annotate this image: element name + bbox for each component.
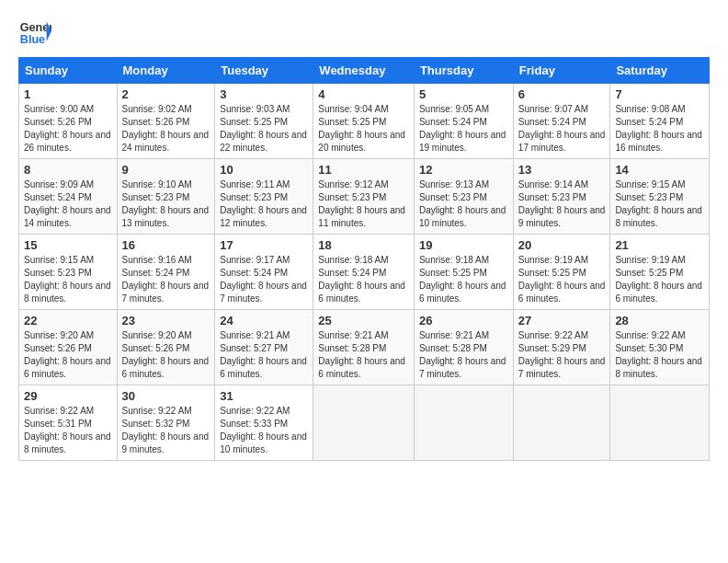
header-row: SundayMondayTuesdayWednesdayThursdayFrid… — [19, 58, 710, 84]
calendar-table: SundayMondayTuesdayWednesdayThursdayFrid… — [18, 57, 710, 461]
calendar-week-2: 8 Sunrise: 9:09 AMSunset: 5:24 PMDayligh… — [19, 159, 710, 235]
calendar-week-4: 22 Sunrise: 9:20 AMSunset: 5:26 PMDaylig… — [19, 310, 710, 385]
day-info: Sunrise: 9:14 AMSunset: 5:23 PMDaylight:… — [518, 178, 606, 230]
day-number: 3 — [220, 87, 308, 101]
calendar-cell — [513, 385, 610, 461]
calendar-cell: 6 Sunrise: 9:07 AMSunset: 5:24 PMDayligh… — [513, 84, 610, 159]
day-info: Sunrise: 9:16 AMSunset: 5:24 PMDaylight:… — [122, 254, 210, 305]
calendar-cell: 24 Sunrise: 9:21 AMSunset: 5:27 PMDaylig… — [215, 310, 313, 385]
day-info: Sunrise: 9:05 AMSunset: 5:24 PMDaylight:… — [419, 103, 508, 155]
day-number: 30 — [122, 389, 210, 403]
calendar-cell: 19 Sunrise: 9:18 AMSunset: 5:25 PMDaylig… — [414, 235, 513, 310]
day-info: Sunrise: 9:22 AMSunset: 5:29 PMDaylight:… — [518, 329, 606, 381]
day-info: Sunrise: 9:13 AMSunset: 5:23 PMDaylight:… — [419, 178, 508, 230]
day-info: Sunrise: 9:10 AMSunset: 5:23 PMDaylight:… — [122, 178, 210, 230]
day-info: Sunrise: 9:17 AMSunset: 5:24 PMDaylight:… — [220, 254, 308, 305]
day-number: 24 — [220, 314, 308, 327]
day-number: 11 — [318, 163, 409, 177]
col-header-tuesday: Tuesday — [215, 58, 313, 84]
calendar-cell: 4 Sunrise: 9:04 AMSunset: 5:25 PMDayligh… — [313, 84, 415, 159]
logo-icon: General Blue — [18, 15, 51, 48]
day-info: Sunrise: 9:22 AMSunset: 5:33 PMDaylight:… — [220, 405, 308, 456]
calendar-cell — [313, 385, 415, 461]
calendar-cell: 20 Sunrise: 9:19 AMSunset: 5:25 PMDaylig… — [513, 235, 610, 310]
col-header-saturday: Saturday — [610, 58, 710, 84]
calendar-cell: 7 Sunrise: 9:08 AMSunset: 5:24 PMDayligh… — [610, 84, 710, 159]
col-header-thursday: Thursday — [414, 58, 513, 84]
col-header-monday: Monday — [117, 58, 215, 84]
day-number: 1 — [24, 87, 112, 101]
day-info: Sunrise: 9:15 AMSunset: 5:23 PMDaylight:… — [24, 254, 112, 305]
day-info: Sunrise: 9:22 AMSunset: 5:31 PMDaylight:… — [24, 405, 112, 456]
day-number: 20 — [518, 238, 606, 252]
day-info: Sunrise: 9:00 AMSunset: 5:26 PMDaylight:… — [24, 103, 112, 155]
day-number: 18 — [318, 238, 409, 252]
calendar-cell — [414, 385, 513, 461]
day-info: Sunrise: 9:07 AMSunset: 5:24 PMDaylight:… — [518, 103, 606, 155]
day-number: 14 — [615, 163, 704, 177]
day-number: 25 — [318, 314, 409, 327]
calendar-cell — [610, 385, 710, 461]
col-header-wednesday: Wednesday — [313, 58, 415, 84]
day-info: Sunrise: 9:15 AMSunset: 5:23 PMDaylight:… — [615, 178, 704, 230]
calendar-cell: 10 Sunrise: 9:11 AMSunset: 5:23 PMDaylig… — [215, 159, 313, 235]
calendar-week-3: 15 Sunrise: 9:15 AMSunset: 5:23 PMDaylig… — [19, 235, 710, 310]
day-number: 5 — [419, 87, 508, 101]
day-number: 26 — [419, 314, 508, 327]
calendar-cell: 27 Sunrise: 9:22 AMSunset: 5:29 PMDaylig… — [513, 310, 610, 385]
calendar-cell: 18 Sunrise: 9:18 AMSunset: 5:24 PMDaylig… — [313, 235, 415, 310]
calendar-cell: 28 Sunrise: 9:22 AMSunset: 5:30 PMDaylig… — [610, 310, 710, 385]
day-info: Sunrise: 9:21 AMSunset: 5:27 PMDaylight:… — [220, 329, 308, 381]
day-number: 13 — [518, 163, 606, 177]
calendar-cell: 1 Sunrise: 9:00 AMSunset: 5:26 PMDayligh… — [19, 84, 118, 159]
day-info: Sunrise: 9:21 AMSunset: 5:28 PMDaylight:… — [318, 329, 409, 381]
calendar-cell: 29 Sunrise: 9:22 AMSunset: 5:31 PMDaylig… — [19, 385, 118, 461]
day-info: Sunrise: 9:19 AMSunset: 5:25 PMDaylight:… — [518, 254, 606, 305]
day-number: 6 — [518, 87, 606, 101]
calendar-cell: 23 Sunrise: 9:20 AMSunset: 5:26 PMDaylig… — [117, 310, 215, 385]
day-number: 12 — [419, 163, 508, 177]
calendar-cell: 3 Sunrise: 9:03 AMSunset: 5:25 PMDayligh… — [215, 84, 313, 159]
day-info: Sunrise: 9:09 AMSunset: 5:24 PMDaylight:… — [24, 178, 112, 230]
day-number: 17 — [220, 238, 308, 252]
calendar-cell: 17 Sunrise: 9:17 AMSunset: 5:24 PMDaylig… — [215, 235, 313, 310]
calendar-cell: 13 Sunrise: 9:14 AMSunset: 5:23 PMDaylig… — [513, 159, 610, 235]
calendar-cell: 22 Sunrise: 9:20 AMSunset: 5:26 PMDaylig… — [19, 310, 118, 385]
day-number: 28 — [615, 314, 704, 327]
day-number: 4 — [318, 87, 409, 101]
day-number: 21 — [615, 238, 704, 252]
calendar-cell: 5 Sunrise: 9:05 AMSunset: 5:24 PMDayligh… — [414, 84, 513, 159]
svg-text:Blue: Blue — [20, 33, 45, 46]
calendar-week-1: 1 Sunrise: 9:00 AMSunset: 5:26 PMDayligh… — [19, 84, 710, 159]
day-info: Sunrise: 9:20 AMSunset: 5:26 PMDaylight:… — [24, 329, 112, 381]
calendar-cell: 12 Sunrise: 9:13 AMSunset: 5:23 PMDaylig… — [414, 159, 513, 235]
calendar-cell: 16 Sunrise: 9:16 AMSunset: 5:24 PMDaylig… — [117, 235, 215, 310]
day-number: 2 — [122, 87, 210, 101]
calendar-cell: 31 Sunrise: 9:22 AMSunset: 5:33 PMDaylig… — [215, 385, 313, 461]
col-header-sunday: Sunday — [19, 58, 118, 84]
day-info: Sunrise: 9:03 AMSunset: 5:25 PMDaylight:… — [220, 103, 308, 155]
day-number: 23 — [122, 314, 210, 327]
day-info: Sunrise: 9:22 AMSunset: 5:30 PMDaylight:… — [615, 329, 704, 381]
day-info: Sunrise: 9:02 AMSunset: 5:26 PMDaylight:… — [122, 103, 210, 155]
calendar-cell: 8 Sunrise: 9:09 AMSunset: 5:24 PMDayligh… — [19, 159, 118, 235]
day-number: 9 — [122, 163, 210, 177]
calendar-cell: 11 Sunrise: 9:12 AMSunset: 5:23 PMDaylig… — [313, 159, 415, 235]
day-info: Sunrise: 9:18 AMSunset: 5:24 PMDaylight:… — [318, 254, 409, 305]
calendar-cell: 21 Sunrise: 9:19 AMSunset: 5:25 PMDaylig… — [610, 235, 710, 310]
day-info: Sunrise: 9:18 AMSunset: 5:25 PMDaylight:… — [419, 254, 508, 305]
day-info: Sunrise: 9:22 AMSunset: 5:32 PMDaylight:… — [122, 405, 210, 456]
day-number: 19 — [419, 238, 508, 252]
day-number: 22 — [24, 314, 112, 327]
calendar-cell: 14 Sunrise: 9:15 AMSunset: 5:23 PMDaylig… — [610, 159, 710, 235]
day-number: 8 — [24, 163, 112, 177]
col-header-friday: Friday — [513, 58, 610, 84]
day-number: 10 — [220, 163, 308, 177]
day-number: 29 — [24, 389, 112, 403]
day-info: Sunrise: 9:08 AMSunset: 5:24 PMDaylight:… — [615, 103, 704, 155]
day-info: Sunrise: 9:11 AMSunset: 5:23 PMDaylight:… — [220, 178, 308, 230]
calendar-cell: 2 Sunrise: 9:02 AMSunset: 5:26 PMDayligh… — [117, 84, 215, 159]
day-info: Sunrise: 9:04 AMSunset: 5:25 PMDaylight:… — [318, 103, 409, 155]
day-info: Sunrise: 9:20 AMSunset: 5:26 PMDaylight:… — [122, 329, 210, 381]
day-info: Sunrise: 9:21 AMSunset: 5:28 PMDaylight:… — [419, 329, 508, 381]
